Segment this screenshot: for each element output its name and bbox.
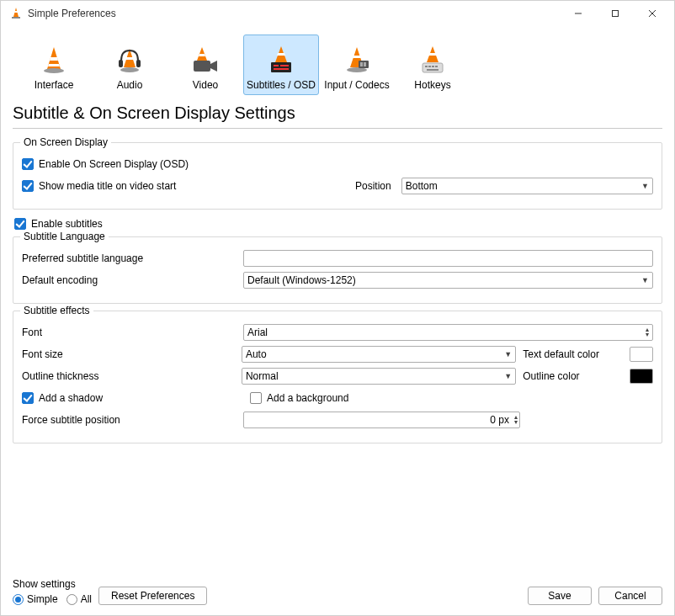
outline-thickness-dropdown[interactable]: Normal ▼ — [242, 368, 516, 385]
svg-point-10 — [44, 68, 64, 73]
add-background-checkbox[interactable] — [250, 392, 262, 404]
show-title-checkbox[interactable] — [22, 180, 34, 192]
svg-rect-39 — [427, 69, 438, 71]
all-radio-row[interactable]: All — [66, 593, 92, 605]
tab-label: Audio — [117, 79, 143, 91]
tab-label: Input / Codecs — [324, 79, 389, 91]
svg-rect-36 — [428, 66, 431, 67]
outline-thickness-value: Normal — [246, 370, 279, 382]
maximize-button[interactable] — [597, 1, 634, 26]
svg-rect-4 — [613, 11, 619, 17]
cancel-button[interactable]: Cancel — [598, 587, 662, 605]
hotkeys-cone-icon — [416, 44, 449, 77]
font-size-dropdown[interactable]: Auto ▼ — [242, 346, 516, 363]
preferred-language-label: Preferred subtitle language — [22, 252, 237, 264]
osd-group-title: On Screen Display — [20, 136, 111, 148]
tab-label: Video — [193, 79, 218, 91]
headphones-cone-icon — [113, 44, 146, 77]
osd-group: On Screen Display Enable On Screen Displ… — [13, 142, 662, 210]
video-cone-icon — [189, 44, 222, 77]
simple-radio-row[interactable]: Simple — [13, 593, 58, 605]
svg-marker-12 — [125, 57, 134, 60]
svg-marker-8 — [50, 57, 58, 61]
show-settings-label: Show settings — [13, 578, 92, 590]
position-value: Bottom — [406, 180, 438, 192]
category-tabs: Interface Audio Video — [1, 26, 674, 95]
svg-marker-17 — [210, 61, 217, 72]
position-dropdown[interactable]: Bottom ▼ — [401, 178, 653, 194]
tab-video[interactable]: Video — [167, 35, 243, 95]
outline-color-button[interactable] — [630, 369, 653, 384]
font-value: Arial — [247, 327, 268, 338]
content-area: On Screen Display Enable On Screen Displ… — [1, 135, 674, 575]
spinner-buttons[interactable]: ▴▾ — [514, 415, 518, 425]
font-combobox[interactable]: Arial ▴▾ — [243, 324, 653, 341]
enable-subtitles-checkbox[interactable] — [14, 218, 26, 230]
svg-rect-13 — [119, 60, 123, 67]
all-radio[interactable] — [66, 594, 77, 605]
enable-osd-label: Enable On Screen Display (OSD) — [39, 158, 189, 170]
preferred-language-input[interactable] — [243, 250, 653, 267]
text-color-label: Text default color — [523, 348, 623, 360]
add-shadow-checkbox[interactable] — [22, 392, 34, 404]
svg-rect-16 — [194, 61, 210, 72]
svg-point-15 — [120, 67, 139, 72]
minimize-button[interactable] — [560, 1, 597, 26]
tab-hotkeys[interactable]: Hotkeys — [395, 35, 470, 95]
outline-thickness-label: Outline thickness — [22, 370, 235, 382]
position-label: Position — [355, 180, 391, 192]
updown-icon: ▴▾ — [646, 327, 649, 337]
codec-cone-icon — [340, 44, 374, 77]
svg-rect-24 — [280, 65, 289, 66]
show-title-checkbox-row[interactable]: Show media title on video start — [22, 180, 348, 192]
add-shadow-label: Add a shadow — [39, 392, 103, 404]
tab-input-codecs[interactable]: Input / Codecs — [319, 35, 395, 95]
save-button[interactable]: Save — [528, 587, 592, 605]
show-settings: Show settings Simple All — [13, 578, 92, 605]
encoding-value: Default (Windows-1252) — [247, 274, 356, 286]
svg-rect-34 — [423, 63, 443, 72]
svg-rect-1 — [13, 11, 19, 13]
simple-label: Simple — [27, 593, 58, 605]
force-position-spinbox[interactable]: 0 px ▴▾ — [243, 412, 520, 428]
tab-audio[interactable]: Audio — [92, 35, 167, 95]
window-title: Simple Preferences — [28, 8, 560, 19]
font-size-value: Auto — [246, 348, 267, 360]
tab-subtitles-osd[interactable]: Subtitles / OSD — [243, 35, 319, 95]
enable-osd-checkbox-row[interactable]: Enable On Screen Display (OSD) — [22, 158, 189, 170]
add-shadow-checkbox-row[interactable]: Add a shadow — [22, 392, 243, 404]
chevron-down-icon: ▼ — [641, 182, 649, 190]
language-group: Subtitle Language Preferred subtitle lan… — [13, 236, 662, 304]
svg-marker-21 — [277, 53, 285, 56]
subtitles-cone-icon — [264, 44, 298, 77]
page-title: Subtitle & On Screen Display Settings — [1, 95, 674, 128]
simple-radio[interactable] — [13, 594, 24, 605]
svg-rect-30 — [360, 62, 363, 66]
svg-marker-19 — [199, 54, 205, 56]
outline-color-label: Outline color — [523, 370, 623, 382]
svg-rect-22 — [271, 62, 291, 72]
effects-group: Subtitle effects Font Arial ▴▾ Font size… — [13, 311, 662, 443]
encoding-dropdown[interactable]: Default (Windows-1252) ▼ — [243, 272, 653, 289]
cone-icon — [37, 44, 71, 77]
all-label: All — [81, 593, 92, 605]
tab-label: Hotkeys — [414, 79, 450, 91]
footer: Show settings Simple All Reset Preferenc… — [1, 575, 674, 615]
svg-rect-31 — [364, 62, 366, 66]
text-color-button[interactable] — [630, 347, 653, 362]
enable-osd-checkbox[interactable] — [22, 158, 34, 170]
svg-marker-9 — [48, 64, 60, 66]
add-background-checkbox-row[interactable]: Add a background — [250, 392, 348, 404]
svg-rect-23 — [274, 65, 279, 66]
reset-preferences-button[interactable]: Reset Preferences — [98, 587, 207, 605]
font-label: Font — [22, 327, 237, 338]
force-position-value: 0 px — [244, 414, 514, 426]
svg-rect-2 — [12, 17, 20, 19]
language-group-title: Subtitle Language — [20, 231, 109, 242]
close-button[interactable] — [634, 1, 671, 26]
enable-subtitles-checkbox-row[interactable]: Enable subtitles — [14, 218, 103, 230]
chevron-down-icon: ▼ — [641, 276, 649, 284]
add-background-label: Add a background — [267, 392, 348, 404]
tab-interface[interactable]: Interface — [16, 35, 92, 95]
force-position-label: Force subtitle position — [22, 414, 237, 426]
